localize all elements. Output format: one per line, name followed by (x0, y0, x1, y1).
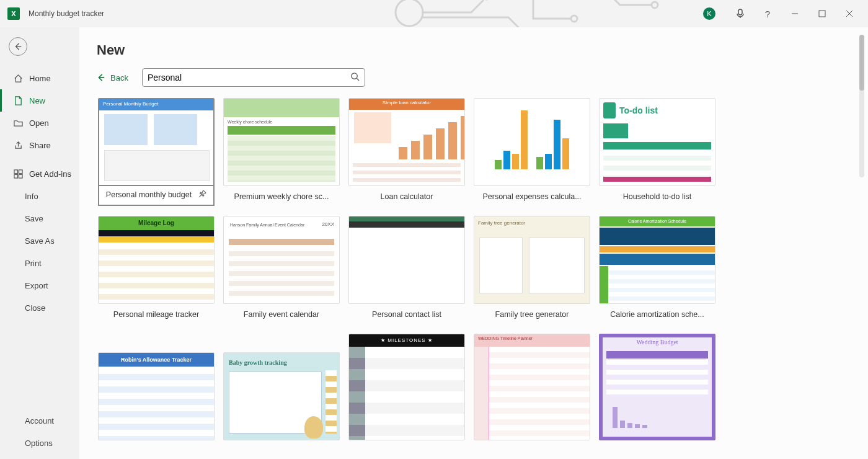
pin-icon[interactable] (195, 188, 209, 202)
back-link[interactable]: Back (97, 73, 128, 82)
template-thumb: Weekly chore schedule (223, 98, 340, 186)
sidebar-sub-info[interactable]: Info (0, 185, 79, 207)
sidebar-item-addins[interactable]: Get Add-ins (0, 163, 79, 185)
avatar[interactable]: K (703, 7, 715, 20)
excel-logo: X (7, 7, 20, 20)
thumb-title: Mileage Log (99, 216, 214, 230)
thumb-title: To-do list (619, 105, 658, 115)
new-icon (13, 96, 23, 105)
sidebar-bottom-account[interactable]: Account (0, 409, 79, 432)
open-icon (13, 118, 23, 128)
sidebar-item-home[interactable]: Home (0, 67, 79, 89)
template-card[interactable]: Personal Monthly Budget Personal monthly… (97, 98, 216, 207)
sidebar-sub-label: Export (25, 281, 48, 290)
template-card[interactable]: Robin's Allowance Tracker (97, 352, 216, 440)
template-card[interactable]: WEDDING Timeline Planner (472, 334, 591, 440)
template-grid: Personal Monthly Budget Personal monthly… (97, 98, 851, 440)
minimize-button[interactable] (781, 0, 808, 27)
svg-rect-4 (738, 9, 742, 15)
sidebar-sub-close[interactable]: Close (0, 296, 79, 319)
close-button[interactable] (836, 0, 863, 27)
content-area: New Back Personal Monthly Budget (79, 27, 868, 459)
sidebar-sub-label: Save (25, 214, 43, 223)
svg-rect-6 (819, 11, 825, 17)
back-button[interactable] (9, 37, 27, 56)
sidebar-sub-saveas[interactable]: Save As (0, 230, 79, 252)
thumb-title: Weekly chore schedule (224, 117, 339, 127)
search-row: Back (97, 68, 851, 87)
svg-point-15 (352, 73, 357, 78)
sidebar-sub-print[interactable]: Print (0, 252, 79, 274)
template-card[interactable]: ★ MILESTONES ★ (347, 334, 466, 440)
window-title: Monthly budget tracker (29, 9, 104, 18)
template-thumb: Simple loan calculator (348, 98, 465, 186)
search-input[interactable] (148, 73, 350, 82)
template-card[interactable]: Mileage Log Personal mileage tracker (97, 216, 216, 325)
template-card[interactable]: To-do list Household to-do list (598, 98, 717, 207)
sidebar-item-label: Get Add-ins (29, 169, 71, 179)
sidebar-item-open[interactable]: Open (0, 112, 79, 134)
template-label: Personal expenses calcula... (482, 192, 581, 201)
template-card[interactable]: Family tree generator Family tree genera… (472, 216, 591, 325)
template-thumb: Calorie Amortization Schedule (599, 216, 715, 304)
sidebar-item-share[interactable]: Share (0, 134, 79, 156)
sidebar-sub-label: Save As (25, 236, 55, 246)
template-thumb: WEDDING Timeline Planner (474, 334, 590, 440)
template-label: Premium weekly chore sc... (234, 192, 329, 201)
template-thumb: Hanson Family Annual Event Calendar 20XX (223, 216, 340, 304)
template-thumb: ★ MILESTONES ★ (348, 334, 465, 440)
decorative-circuit (384, 0, 682, 31)
template-label: Loan calculator (381, 192, 433, 201)
sidebar-sub-export[interactable]: Export (0, 274, 79, 296)
template-card[interactable]: Personal expenses calcula... (472, 98, 591, 207)
template-thumb (348, 216, 465, 304)
thumb-title: WEDDING Timeline Planner (474, 334, 590, 347)
share-icon (13, 140, 23, 150)
svg-line-16 (356, 78, 359, 81)
template-card[interactable]: Weekly chore schedule Premium weekly cho… (222, 98, 341, 207)
thumb-title: Personal Monthly Budget (99, 99, 213, 110)
sidebar-bottom-options[interactable]: Options (0, 432, 79, 454)
template-label: Personal contact list (372, 310, 441, 319)
sidebar-sub-save[interactable]: Save (0, 207, 79, 230)
template-card[interactable]: Personal contact list (347, 216, 466, 325)
sidebar-bottom-label: Account (25, 416, 54, 426)
template-card[interactable]: Simple loan calculator Loan calculator (347, 98, 466, 207)
template-label: Personal mileage tracker (113, 310, 199, 319)
sidebar-bottom-label: Options (25, 439, 53, 448)
thumb-title: MILESTONES (388, 337, 425, 343)
titlebar: X Monthly budget tracker K ? (0, 0, 868, 27)
back-label: Back (110, 73, 128, 82)
svg-rect-13 (19, 174, 22, 178)
template-label: Personal monthly budget (106, 190, 192, 199)
svg-point-2 (571, 16, 577, 22)
search-icon[interactable] (350, 72, 360, 84)
template-card[interactable]: Wedding Budget (598, 334, 717, 440)
template-thumb (474, 98, 590, 186)
thumb-title: Baby growth tracking (224, 353, 339, 368)
page-title: New (97, 42, 851, 58)
template-thumb: To-do list (599, 98, 715, 186)
sidebar-item-label: New (29, 96, 45, 105)
maximize-button[interactable] (808, 0, 836, 27)
template-card[interactable]: Calorie Amortization Schedule Calorie am… (598, 216, 717, 325)
sidebar-item-new[interactable]: New (0, 89, 79, 112)
template-card[interactable]: Hanson Family Annual Event Calendar 20XX… (222, 216, 341, 325)
scrollbar[interactable] (859, 35, 864, 177)
search-box (142, 68, 365, 87)
template-thumb: Baby growth tracking (223, 352, 340, 440)
template-label: Family tree generator (495, 310, 569, 319)
title-right-controls: K ? (703, 0, 863, 27)
template-thumb: Personal Monthly Budget (98, 98, 215, 186)
svg-point-3 (652, 2, 658, 8)
template-card[interactable]: Baby growth tracking (222, 352, 341, 440)
main: Home New Open Share Get Add-ins (0, 27, 868, 459)
scrollbar-thumb[interactable] (859, 35, 864, 91)
svg-point-0 (396, 0, 423, 26)
template-thumb: Robin's Allowance Tracker (98, 352, 215, 440)
thumb-title: Robin's Allowance Tracker (99, 353, 214, 367)
mic-icon[interactable] (727, 0, 754, 27)
help-icon[interactable]: ? (754, 0, 781, 27)
template-thumb: Wedding Budget (599, 334, 715, 440)
template-label: Family event calendar (244, 310, 319, 319)
